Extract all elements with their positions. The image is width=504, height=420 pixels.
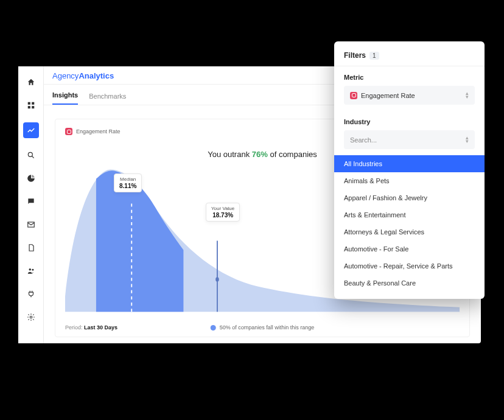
svg-rect-0 bbox=[27, 102, 30, 105]
filters-count: 1 bbox=[369, 52, 379, 60]
svg-rect-3 bbox=[32, 106, 34, 108]
tab-insights[interactable]: Insights bbox=[52, 91, 78, 105]
home-icon[interactable] bbox=[25, 76, 37, 88]
tab-benchmarks[interactable]: Benchmarks bbox=[89, 93, 126, 105]
search-input[interactable] bbox=[350, 136, 462, 144]
svg-point-12 bbox=[215, 277, 219, 282]
doc-icon[interactable] bbox=[25, 242, 37, 254]
gear-icon[interactable] bbox=[25, 311, 37, 323]
legend: 50% of companies fall within this range bbox=[211, 324, 315, 331]
industry-options: All Industries Animals & Pets Apparel / … bbox=[334, 155, 485, 292]
svg-point-7 bbox=[29, 268, 31, 271]
sidebar bbox=[18, 66, 44, 343]
your-value-tooltip: Your Value 18.73% bbox=[206, 203, 240, 222]
svg-point-4 bbox=[28, 152, 32, 156]
industry-section: Industry ▴▾ bbox=[334, 107, 485, 152]
median-tooltip: Median 8.11% bbox=[114, 173, 142, 192]
filters-header: Filters 1 bbox=[334, 51, 485, 66]
mail-icon[interactable] bbox=[25, 219, 37, 231]
instagram-icon bbox=[350, 92, 357, 99]
chevron-sort-icon: ▴▾ bbox=[466, 135, 469, 144]
industry-option[interactable]: Animals & Pets bbox=[334, 172, 485, 189]
industry-option[interactable]: Arts & Entertainment bbox=[334, 206, 485, 223]
median-value: 8.11% bbox=[119, 183, 136, 189]
legend-dot-icon bbox=[211, 325, 216, 331]
svg-line-5 bbox=[32, 156, 33, 158]
metric-selector[interactable]: Engagement Rate ▴▾ bbox=[344, 86, 475, 105]
filters-label: Filters bbox=[344, 51, 366, 60]
instagram-icon bbox=[65, 128, 72, 135]
filters-panel: Filters 1 Metric Engagement Rate ▴▾ Indu… bbox=[334, 41, 485, 299]
metric-name: Engagement Rate bbox=[76, 128, 121, 135]
metric-section: Metric Engagement Rate ▴▾ bbox=[334, 66, 485, 107]
users-icon[interactable] bbox=[25, 265, 37, 277]
outrank-pct: 76% bbox=[252, 150, 268, 159]
industry-option[interactable]: Beauty & Personal Care bbox=[334, 275, 485, 292]
industry-option[interactable]: Attorneys & Legal Services bbox=[334, 223, 485, 240]
period: Period: Last 30 Days bbox=[65, 324, 117, 331]
industry-option[interactable]: All Industries bbox=[334, 155, 485, 172]
svg-point-9 bbox=[30, 316, 32, 318]
svg-point-8 bbox=[32, 269, 33, 271]
chevron-sort-icon: ▴▾ bbox=[466, 91, 469, 100]
industry-search[interactable]: ▴▾ bbox=[344, 130, 475, 149]
brand: AgencyAnalytics bbox=[52, 70, 114, 81]
metric-value: Engagement Rate bbox=[361, 92, 415, 99]
industry-option[interactable]: Automotive - Repair, Service & Parts bbox=[334, 257, 485, 275]
industry-label: Industry bbox=[344, 118, 475, 125]
chat-icon[interactable] bbox=[25, 195, 37, 208]
analytics-icon[interactable] bbox=[23, 122, 39, 138]
grid-icon[interactable] bbox=[25, 99, 37, 111]
metric-label: Metric bbox=[344, 74, 475, 81]
industry-option[interactable]: Automotive - For Sale bbox=[334, 240, 485, 257]
card-footer: Period: Last 30 Days 50% of companies fa… bbox=[65, 320, 460, 331]
pie-icon[interactable] bbox=[25, 172, 37, 184]
svg-rect-1 bbox=[32, 102, 34, 105]
plug-icon[interactable] bbox=[25, 288, 37, 300]
svg-rect-2 bbox=[27, 106, 30, 108]
search-icon[interactable] bbox=[25, 149, 37, 161]
your-value: 18.73% bbox=[211, 212, 234, 219]
industry-option[interactable]: Apparel / Fashion & Jewelry bbox=[334, 189, 485, 206]
